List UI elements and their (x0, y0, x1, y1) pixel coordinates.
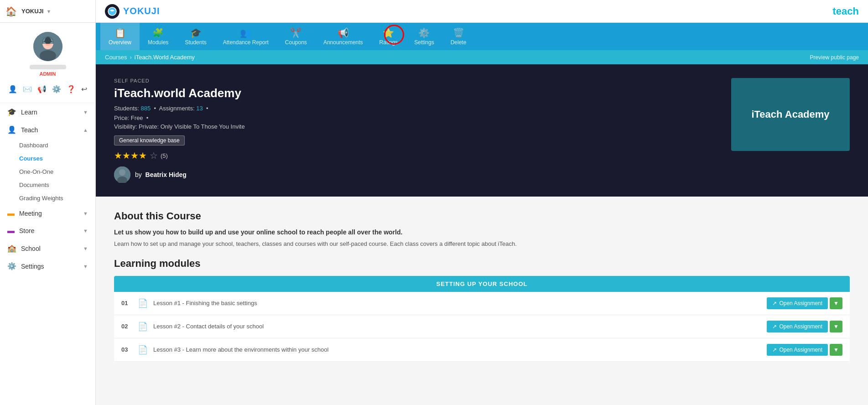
store-icon: ▬ (7, 227, 15, 235)
top-bar: 🏠 YOKUJI ▼ YOKUJI teach (0, 0, 868, 23)
tab-attendance[interactable]: 👥 Attendance Report (215, 23, 277, 50)
logout-icon[interactable]: ↩ (81, 85, 87, 93)
students-label: Students: (114, 105, 139, 112)
attendance-tab-icon: 👥 (240, 27, 251, 38)
course-tags: General knowledge base (114, 135, 717, 145)
main-content: 📋 Overview 🧩 Modules 🎓 Students 👥 Attend… (96, 23, 868, 405)
tab-modules[interactable]: 🧩 Modules (140, 23, 177, 50)
sidebar-teach-label: Teach (21, 126, 38, 134)
content-area: About this Course Let us show you how to… (96, 197, 868, 405)
sidebar-nav: 🎓 Learn ▼ 👤 Teach ▲ Dashboard Courses On… (0, 103, 95, 405)
tab-settings[interactable]: ⚙️ Settings (406, 23, 442, 50)
envelope-icon[interactable]: ✉️ (23, 85, 32, 93)
lesson-dropdown-button-2[interactable]: ▼ (830, 321, 842, 332)
thumbnail-text: iTeach Academy (751, 109, 829, 120)
table-row: 03 📄 Lesson #3 - Learn more about the en… (114, 338, 850, 362)
tab-coupons[interactable]: ✂️ Coupons (277, 23, 315, 50)
help-icon[interactable]: ❓ (67, 85, 76, 93)
sidebar-item-one-on-one[interactable]: One-On-One (0, 165, 95, 178)
about-title: About this Course (114, 210, 850, 222)
settings-arrow-icon: ▼ (83, 264, 88, 269)
open-label-1: Open Assignment (779, 300, 822, 306)
sidebar-item-settings[interactable]: ⚙️ Settings ▼ (0, 257, 95, 275)
price-label: Price: (114, 114, 129, 121)
megaphone-icon[interactable]: 📢 (37, 85, 47, 93)
open-assignment-button-2[interactable]: ↗ Open Assignment (767, 321, 828, 332)
breadcrumb-courses-link[interactable]: Courses (105, 54, 127, 61)
coupons-tab-icon: ✂️ (290, 27, 301, 38)
course-tabs: 📋 Overview 🧩 Modules 🎓 Students 👥 Attend… (96, 23, 868, 50)
rating-count: (5) (161, 152, 168, 159)
tab-ratings[interactable]: ⭐ Ratings (371, 23, 406, 50)
course-title: iTeach.world Academy (114, 86, 717, 100)
learn-icon: 🎓 (7, 108, 16, 116)
sidebar-learn-label: Learn (21, 109, 37, 116)
lesson-title-3: Lesson #3 - Learn more about the environ… (153, 346, 761, 353)
one-on-one-label: One-On-One (19, 168, 53, 175)
settings-cog-icon[interactable]: ⚙️ (52, 85, 61, 93)
sidebar-item-documents[interactable]: Documents (0, 178, 95, 192)
tab-announcements[interactable]: 📢 Announcements (315, 23, 371, 50)
lesson-title-1: Lesson #1 - Finishing the basic settings (153, 300, 761, 306)
sidebar-action-icons: 👤 ✉️ 📢 ⚙️ ❓ ↩ (8, 80, 87, 98)
assignments-label: Assignments: (159, 105, 195, 112)
tab-modules-label: Modules (148, 39, 168, 46)
breadcrumb-path: Courses › iTeach.World Academy (105, 54, 195, 61)
announcements-tab-icon: 📢 (338, 27, 349, 38)
open-icon-3: ↗ (772, 347, 777, 353)
sidebar-item-school[interactable]: 🏫 School ▼ (0, 239, 95, 257)
open-label-3: Open Assignment (779, 347, 822, 353)
lesson-dropdown-button-3[interactable]: ▼ (830, 344, 842, 356)
sidebar-profile-section: ADMIN 👤 ✉️ 📢 ⚙️ ❓ ↩ (0, 23, 95, 103)
teach-label: teach (833, 5, 868, 17)
tab-delete[interactable]: 🗑️ Delete (442, 23, 475, 50)
students-tab-icon: 🎓 (190, 27, 202, 38)
lesson-icon-1: 📄 (138, 298, 148, 308)
course-visibility: Visibility: Private: Only Visible To Tho… (114, 123, 717, 130)
ratings-tab-icon: ⭐ (383, 27, 394, 38)
course-pace: SELF PACED (114, 78, 717, 83)
org-name: YOKUJI (21, 8, 43, 15)
sidebar-item-store[interactable]: ▬ Store ▼ (0, 222, 95, 239)
table-row: 02 📄 Lesson #2 - Contact details of your… (114, 315, 850, 338)
preview-public-link[interactable]: Preview public page (810, 54, 859, 61)
tab-overview[interactable]: 📋 Overview (100, 23, 140, 50)
lesson-actions-1: ↗ Open Assignment ▼ (767, 297, 842, 309)
tab-coupons-label: Coupons (285, 39, 307, 46)
overview-tab-icon: 📋 (114, 27, 126, 38)
store-arrow-icon: ▼ (83, 228, 88, 234)
lesson-num-1: 01 (121, 300, 132, 306)
sidebar-item-teach[interactable]: 👤 Teach ▲ (0, 121, 95, 139)
avatar (33, 32, 62, 61)
author-credit: by Beatrix Hideg (135, 171, 187, 178)
author-avatar (114, 166, 130, 183)
course-tag[interactable]: General knowledge base (114, 135, 185, 145)
about-description: Learn how to set up and manage your scho… (114, 239, 850, 249)
open-assignment-button-3[interactable]: ↗ Open Assignment (767, 344, 828, 356)
settings-nav-icon: ⚙️ (7, 262, 16, 270)
sidebar-item-meeting[interactable]: ▬ Meeting ▼ (0, 205, 95, 222)
students-count: 885 (141, 105, 151, 112)
teach-nav-icon: 👤 (7, 125, 16, 134)
tab-announcements-label: Announcements (323, 39, 363, 46)
sidebar-meeting-label: Meeting (19, 210, 42, 217)
lesson-dropdown-button-1[interactable]: ▼ (830, 297, 842, 309)
course-rating: ★★★★☆ (5) (114, 150, 717, 161)
breadcrumb-separator: › (130, 54, 131, 61)
home-icon[interactable]: 🏠 (5, 6, 17, 17)
sidebar-school-label: School (21, 245, 41, 252)
sidebar-store-label: Store (19, 227, 34, 234)
sidebar-item-courses[interactable]: Courses (0, 152, 95, 165)
sidebar-item-grading-weights[interactable]: Grading Weights (0, 192, 95, 205)
org-dropdown-icon[interactable]: ▼ (46, 9, 51, 14)
tab-ratings-label: Ratings (379, 39, 398, 46)
tab-students[interactable]: 🎓 Students (177, 23, 214, 50)
sidebar-item-dashboard[interactable]: Dashboard (0, 139, 95, 152)
sidebar-item-learn[interactable]: 🎓 Learn ▼ (0, 103, 95, 121)
author-prefix: by (135, 171, 142, 178)
meeting-arrow-icon: ▼ (83, 211, 88, 216)
open-assignment-button-1[interactable]: ↗ Open Assignment (767, 297, 828, 309)
lesson-icon-3: 📄 (138, 345, 148, 355)
svg-point-3 (40, 50, 56, 61)
user-icon[interactable]: 👤 (8, 85, 17, 93)
